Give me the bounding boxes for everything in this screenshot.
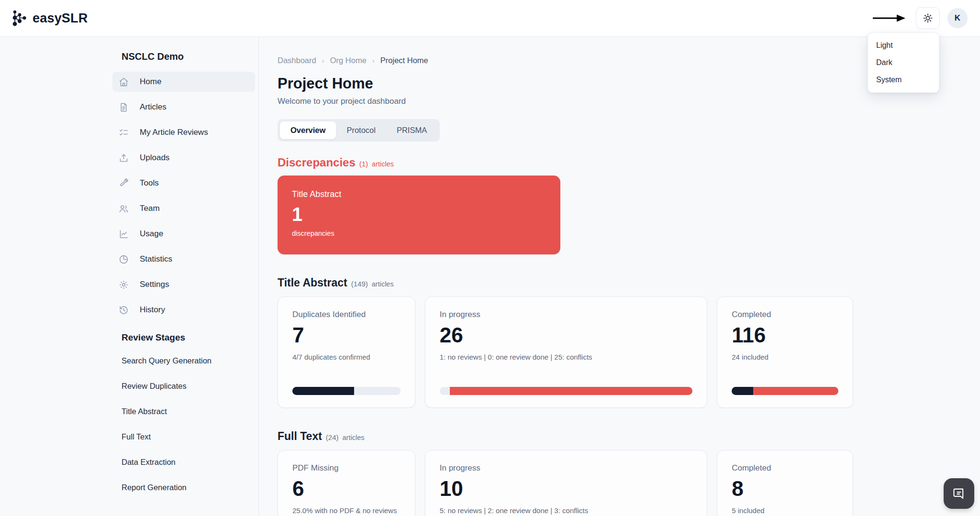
menu-item-system[interactable]: System bbox=[868, 71, 939, 88]
sidebar-item-label: Settings bbox=[140, 280, 169, 289]
chat-launcher-button[interactable] bbox=[944, 478, 974, 509]
avatar-initial: K bbox=[955, 13, 960, 23]
discrepancies-title: Discrepancies bbox=[278, 156, 356, 169]
theme-toggle-button[interactable] bbox=[916, 7, 940, 29]
sidebar-item-settings[interactable]: Settings bbox=[112, 274, 255, 295]
card-in-progress-full-text[interactable]: In progress 10 5: no reviews | 2: one re… bbox=[425, 450, 707, 516]
brand-logo: easySLR bbox=[11, 9, 88, 27]
sidebar-item-label: Team bbox=[140, 204, 160, 213]
upload-icon bbox=[119, 153, 129, 163]
tab-prisma[interactable]: PRISMA bbox=[386, 121, 437, 139]
user-avatar[interactable]: K bbox=[947, 8, 968, 28]
section-title: Title Abstract bbox=[278, 276, 347, 289]
section-heading-title-abstract: Title Abstract (149) articles bbox=[278, 276, 853, 289]
stat-value: 8 bbox=[732, 477, 838, 501]
card-duplicates-identified[interactable]: Duplicates Identified 7 4/7 duplicates c… bbox=[278, 296, 415, 408]
sun-icon bbox=[923, 13, 933, 23]
stat-caption: 5: no reviews | 2: one review done | 3: … bbox=[440, 506, 692, 515]
cursor-arrow bbox=[872, 14, 906, 22]
stat-caption: 24 included bbox=[732, 353, 838, 361]
sidebar-item-articles[interactable]: Articles bbox=[112, 97, 255, 117]
stat-label: In progress bbox=[440, 463, 692, 473]
stat-label: Completed bbox=[732, 463, 838, 473]
users-icon bbox=[119, 204, 129, 214]
menu-item-light[interactable]: Light bbox=[868, 37, 939, 54]
section-unit: articles bbox=[372, 280, 394, 288]
section-count: (24) bbox=[326, 433, 339, 441]
sidebar-item-data-extraction[interactable]: Data Extraction bbox=[122, 457, 255, 467]
card-in-progress-title-abstract[interactable]: In progress 26 1: no reviews | 0: one re… bbox=[425, 296, 707, 408]
breadcrumb-org-home[interactable]: Org Home bbox=[330, 56, 367, 65]
stat-label: Duplicates Identified bbox=[292, 310, 401, 319]
sidebar-item-home[interactable]: Home bbox=[112, 72, 255, 92]
card-completed-title-abstract[interactable]: Completed 116 24 included bbox=[717, 296, 853, 408]
progress-bar bbox=[440, 387, 692, 395]
sidebar-item-tools[interactable]: Tools bbox=[112, 173, 255, 193]
sidebar-item-label: Statistics bbox=[140, 254, 172, 264]
sidebar-item-usage[interactable]: Usage bbox=[112, 224, 255, 244]
page-subtitle: Welcome to your project dashboard bbox=[278, 97, 853, 106]
chevron-right-icon: › bbox=[372, 56, 375, 65]
sidebar-item-search-query-generation[interactable]: Search Query Generation bbox=[122, 355, 255, 366]
sidebar: NSCLC Demo Home Articles My Article Revi… bbox=[0, 37, 259, 516]
discrepancies-card-caption: discrepancies bbox=[292, 230, 546, 237]
pie-chart-icon bbox=[119, 254, 129, 264]
sidebar-item-review-duplicates[interactable]: Review Duplicates bbox=[122, 381, 255, 391]
stat-value: 6 bbox=[292, 477, 401, 501]
stat-caption: 25.0% with no PDF & no reviews bbox=[292, 506, 401, 515]
section-count: (149) bbox=[351, 280, 368, 288]
discrepancies-heading: Discrepancies (1) articles bbox=[278, 156, 853, 169]
stat-caption: 4/7 duplicates confirmed bbox=[292, 353, 401, 361]
chat-bubble-icon bbox=[952, 487, 966, 500]
sidebar-item-title-abstract[interactable]: Title Abstract bbox=[122, 406, 255, 417]
breadcrumb-dashboard[interactable]: Dashboard bbox=[278, 56, 316, 65]
page-title: Project Home bbox=[278, 75, 853, 92]
discrepancies-card[interactable]: Title Abstract 1 discrepancies bbox=[278, 176, 560, 254]
stat-label: Completed bbox=[732, 310, 838, 319]
stat-label: PDF Missing bbox=[292, 463, 401, 473]
app-header: easySLR bbox=[0, 0, 980, 37]
sidebar-item-uploads[interactable]: Uploads bbox=[112, 148, 255, 168]
breadcrumb-project-home: Project Home bbox=[380, 56, 428, 65]
stat-value: 10 bbox=[440, 477, 692, 501]
sidebar-item-report-generation[interactable]: Report Generation bbox=[122, 482, 255, 493]
progress-bar bbox=[292, 387, 401, 395]
sidebar-item-history[interactable]: History bbox=[112, 300, 255, 320]
sidebar-item-label: Articles bbox=[140, 102, 167, 112]
tab-overview[interactable]: Overview bbox=[280, 121, 336, 139]
card-pdf-missing[interactable]: PDF Missing 6 25.0% with no PDF & no rev… bbox=[278, 450, 415, 516]
tab-protocol[interactable]: Protocol bbox=[336, 121, 386, 139]
stat-caption: 5 included bbox=[732, 506, 838, 515]
stat-value: 7 bbox=[292, 323, 401, 347]
progress-bar bbox=[732, 387, 838, 395]
discrepancies-unit: articles bbox=[372, 160, 394, 168]
brand-name: easySLR bbox=[33, 11, 88, 26]
sidebar-item-team[interactable]: Team bbox=[112, 198, 255, 219]
document-icon bbox=[119, 102, 129, 112]
sidebar-nav: Home Articles My Article Reviews Uploads bbox=[112, 72, 255, 320]
discrepancies-card-title: Title Abstract bbox=[292, 189, 546, 199]
stat-caption: 1: no reviews | 0: one review done | 25:… bbox=[440, 353, 692, 361]
section-title: Full Text bbox=[278, 430, 322, 443]
review-stages-list: Search Query Generation Review Duplicate… bbox=[112, 355, 255, 493]
easyslr-logo-icon bbox=[11, 9, 28, 27]
card-completed-full-text[interactable]: Completed 8 5 included bbox=[717, 450, 853, 516]
sidebar-item-statistics[interactable]: Statistics bbox=[112, 249, 255, 269]
tabstrip: Overview Protocol PRISMA bbox=[278, 119, 440, 142]
stat-label: In progress bbox=[440, 310, 692, 319]
breadcrumb: Dashboard › Org Home › Project Home bbox=[278, 56, 853, 65]
main-content: Dashboard › Org Home › Project Home Proj… bbox=[259, 37, 980, 516]
sidebar-item-label: Home bbox=[140, 77, 161, 87]
title-abstract-cards: Duplicates Identified 7 4/7 duplicates c… bbox=[278, 296, 853, 408]
menu-item-dark[interactable]: Dark bbox=[868, 54, 939, 71]
chevron-right-icon: › bbox=[322, 56, 324, 65]
gear-icon bbox=[119, 280, 129, 290]
sidebar-item-my-article-reviews[interactable]: My Article Reviews bbox=[112, 122, 255, 143]
review-stages-title: Review Stages bbox=[122, 332, 255, 343]
line-chart-icon bbox=[119, 229, 129, 239]
stat-value: 116 bbox=[732, 323, 838, 347]
stat-value: 26 bbox=[440, 323, 692, 347]
sidebar-item-label: Uploads bbox=[140, 153, 169, 163]
sidebar-item-full-text[interactable]: Full Text bbox=[122, 431, 255, 442]
home-icon bbox=[119, 77, 129, 87]
